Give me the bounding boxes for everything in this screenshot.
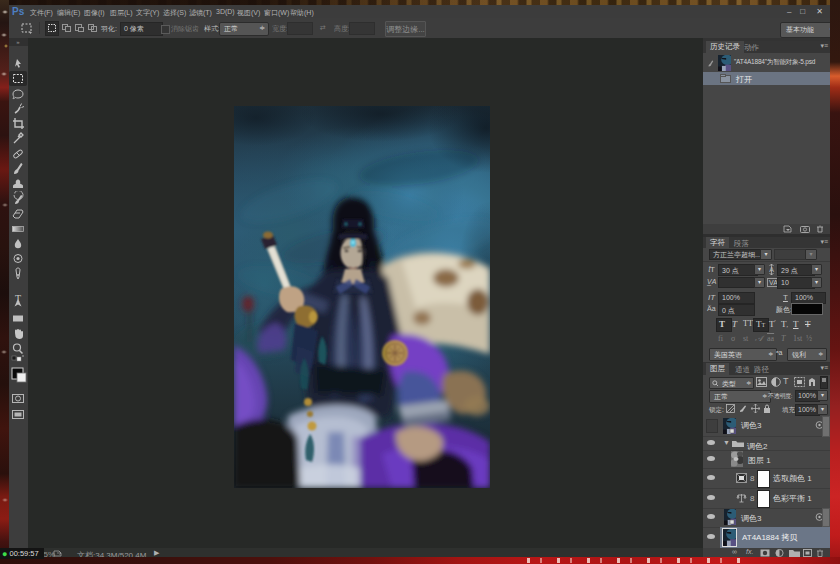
svg-text:A: A (769, 266, 774, 273)
